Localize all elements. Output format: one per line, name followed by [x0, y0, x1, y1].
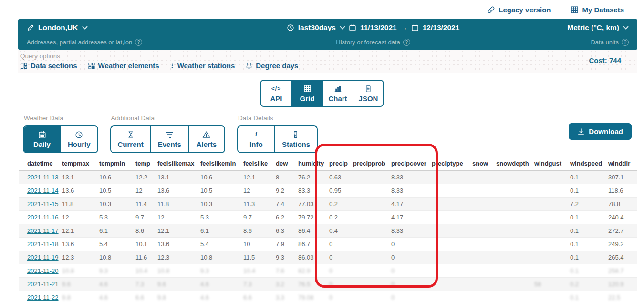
- value-cell-precip: 0.2: [329, 211, 353, 224]
- end-date-picker[interactable]: 12/13/2021: [411, 23, 460, 32]
- value-cell-windspeed: 0.2: [570, 278, 608, 291]
- data-sections-icon: [20, 62, 28, 70]
- column-header-datetime: datetime: [19, 157, 62, 171]
- download-button[interactable]: Download: [569, 123, 632, 140]
- value-cell-preciptype: [432, 291, 472, 303]
- query-option-label: Weather elements: [98, 62, 159, 70]
- value-cell-snow: [472, 278, 496, 291]
- value-cell-temp: 10.1: [135, 238, 157, 251]
- button-label: Hourly: [68, 140, 91, 148]
- column-header-windgust: windgust: [534, 157, 570, 171]
- button-label: Daily: [33, 140, 51, 148]
- value-cell-dew: 6.2: [276, 211, 298, 224]
- table-row: 2021-11-2010.89.310.410.89.310.47.682.90…: [19, 264, 637, 278]
- column-header-feelslikemin: feelslikemin: [200, 157, 243, 171]
- alerts-button[interactable]: Alerts: [188, 126, 224, 152]
- period-selector[interactable]: last30days: [287, 23, 345, 32]
- value-cell-precipcover: 4.17: [391, 198, 432, 211]
- value-cell-feelslike: 12: [243, 184, 276, 198]
- tab-api[interactable]: </>API: [261, 81, 291, 106]
- value-cell-precip: 0: [329, 291, 353, 303]
- chevron-down-icon: [623, 26, 629, 30]
- help-icon[interactable]: ?: [403, 39, 410, 46]
- value-cell-windspeed: 0.1: [570, 211, 608, 224]
- datetime-link[interactable]: 2021-11-19: [27, 254, 59, 261]
- value-cell-precipprob: [353, 198, 391, 211]
- help-icon[interactable]: ?: [135, 39, 142, 46]
- value-cell-precipcover: 4.17: [391, 211, 432, 224]
- value-cell-windgust: [534, 238, 570, 251]
- value-cell-precipprob: [353, 251, 391, 264]
- value-cell-windgust: [534, 198, 570, 211]
- datetime-link[interactable]: 2021-11-13: [27, 174, 59, 181]
- stations-button[interactable]: Stations: [274, 126, 317, 152]
- datetime-link[interactable]: 2021-11-14: [27, 187, 59, 194]
- value-cell-preciptype: [432, 211, 472, 224]
- value-cell-humidity: 86.7: [298, 238, 329, 251]
- start-date-picker[interactable]: 11/13/2021: [349, 23, 397, 32]
- my-datasets-label: My Datasets: [582, 6, 624, 14]
- value-cell-feelslike: 11.5: [243, 251, 276, 264]
- value-cell-precipprob: [353, 211, 391, 224]
- datetime-link[interactable]: 2021-11-17: [27, 227, 59, 234]
- datetime-cell: 2021-11-18: [19, 238, 62, 251]
- datetime-link[interactable]: 2021-11-20: [27, 267, 59, 274]
- value-cell-temp: 12: [135, 184, 157, 198]
- value-cell-windspeed: 0.1: [570, 171, 608, 184]
- value-cell-winddir: 249.2: [608, 238, 637, 251]
- datetime-link[interactable]: 2021-11-15: [27, 200, 59, 208]
- datetime-link[interactable]: 2021-11-16: [27, 214, 59, 221]
- value-cell-feelslikemin: 10.3: [200, 198, 243, 211]
- tab-grid[interactable]: Grid: [291, 81, 322, 106]
- units-selector[interactable]: Metric (°C, km): [567, 23, 629, 32]
- tab-json[interactable]: JSON: [353, 81, 383, 106]
- value-cell-winddir: 22.5: [608, 291, 637, 303]
- value-cell-snowdepth: [496, 198, 534, 211]
- legacy-version-link[interactable]: Legacy version: [487, 6, 551, 14]
- datetime-cell: 2021-11-15: [19, 198, 62, 211]
- datetime-link[interactable]: 2021-11-22: [27, 294, 59, 301]
- legacy-version-label: Legacy version: [499, 6, 551, 14]
- query-option-degree-days[interactable]: Degree days: [245, 62, 298, 70]
- info-button[interactable]: iInfo: [238, 126, 274, 152]
- value-cell-precipprob: [353, 264, 391, 278]
- button-label: Info: [249, 140, 263, 148]
- help-icon[interactable]: ?: [622, 39, 629, 46]
- value-cell-temp: 8.6: [135, 224, 157, 238]
- weather-elements-icon: [88, 62, 95, 70]
- hourly-button[interactable]: Hourly: [60, 126, 97, 152]
- value-cell-winddir: 240.4: [608, 211, 637, 224]
- query-header-bar: London,UK Addresses, partial addresses o…: [18, 19, 637, 50]
- my-datasets-link[interactable]: My Datasets: [571, 6, 624, 14]
- value-cell-tempmax: 13.1: [62, 171, 99, 184]
- table-row: 2021-11-1413.610.51213.610.5129.283.30.9…: [19, 184, 637, 198]
- value-cell-windgust: [534, 211, 570, 224]
- bar-chart-icon: [334, 84, 342, 93]
- value-cell-temp: 12.2: [135, 171, 157, 184]
- value-cell-snowdepth: [496, 278, 534, 291]
- query-option-weather-stations[interactable]: Weather stations: [170, 62, 235, 70]
- value-cell-feelslikemax: 10.8: [157, 264, 200, 278]
- location-selector[interactable]: London,UK: [27, 23, 88, 32]
- value-cell-feelslikemax: 11.8: [157, 198, 200, 211]
- datetime-cell: 2021-11-14: [19, 184, 62, 198]
- additional-data-buttons: CurrentEventsAlerts: [110, 125, 225, 153]
- calendar-icon: [411, 24, 419, 31]
- value-cell-dew: 7.6: [276, 264, 298, 278]
- value-cell-feelslikemax: 13.1: [157, 171, 200, 184]
- current-button[interactable]: Current: [111, 126, 150, 152]
- period-hint: History or forecast data ?: [336, 39, 410, 46]
- query-option-weather-elements[interactable]: Weather elements: [88, 62, 159, 70]
- location-value: London,UK: [38, 23, 78, 32]
- arrow-right-icon: →: [400, 23, 408, 32]
- daily-button[interactable]: Daily: [24, 126, 60, 152]
- value-cell-precip: 0: [329, 251, 353, 264]
- events-button[interactable]: Events: [150, 126, 188, 152]
- value-cell-precipcover: 8.33: [391, 171, 432, 184]
- chevron-down-icon: [340, 26, 345, 30]
- query-option-data-sections[interactable]: Data sections: [20, 62, 77, 70]
- datetime-link[interactable]: 2021-11-21: [27, 281, 59, 288]
- value-cell-snow: [472, 171, 496, 184]
- datetime-link[interactable]: 2021-11-18: [27, 240, 59, 248]
- tab-chart[interactable]: Chart: [322, 81, 353, 106]
